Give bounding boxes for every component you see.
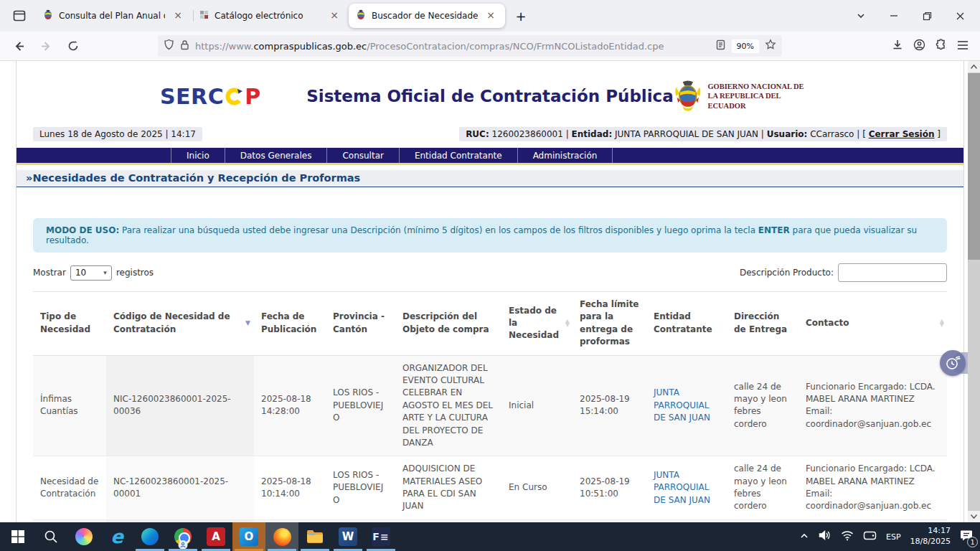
- hidden-icons-chevron-icon[interactable]: [799, 530, 809, 544]
- nav-item-datos-generales[interactable]: Datos Generales: [225, 148, 328, 163]
- cell-fecha-limite: 2025-08-19 10:51:00: [573, 456, 646, 520]
- records-label: registros: [116, 268, 154, 278]
- usuario-label: Usuario:: [767, 129, 808, 139]
- close-tab-icon[interactable]: ×: [327, 9, 341, 23]
- descripcion-producto-input[interactable]: [838, 263, 947, 282]
- acrobat-icon[interactable]: A: [199, 522, 232, 551]
- tab-list-chevron-icon[interactable]: [847, 4, 875, 28]
- scrollbar-thumb[interactable]: [968, 73, 980, 260]
- logout-link[interactable]: Cerrar Sesión: [869, 129, 935, 139]
- col-fecha-limite[interactable]: Fecha límite para la entrega de proforma…: [573, 292, 646, 356]
- table-controls: Mostrar 10 ▾ registros Descripción Produ…: [33, 263, 947, 282]
- gold-divider: [17, 163, 963, 165]
- word-icon[interactable]: W: [331, 522, 364, 551]
- shield-icon[interactable]: [164, 39, 174, 53]
- nav-item-administracion[interactable]: Administración: [518, 148, 613, 163]
- firefox-view-icon[interactable]: [9, 5, 30, 27]
- table-row: Ínfimas Cuantías NIC-1260023860001-2025-…: [33, 355, 947, 456]
- copilot-icon[interactable]: [67, 522, 100, 551]
- tab-title: Catálogo electrónico: [215, 11, 321, 21]
- system-tray: ESP 14:17 18/8/2025 1: [799, 526, 980, 547]
- display-cast-icon[interactable]: [863, 530, 877, 544]
- col-descripcion-objeto[interactable]: Descripción del Objeto de compra: [395, 292, 501, 356]
- bookmark-star-icon[interactable]: [765, 39, 776, 53]
- reload-icon[interactable]: [62, 35, 85, 57]
- col-codigo-necesidad[interactable]: Código de Necesidad de Contratación▼: [106, 292, 254, 356]
- ecuador-coat-of-arms-icon: [674, 79, 702, 113]
- cell-descripcion: ADQUISICION DE MATERIALES ASEO PARA EL C…: [395, 456, 501, 520]
- minimize-button[interactable]: [880, 4, 908, 28]
- nav-item-inicio[interactable]: Inicio: [171, 148, 225, 163]
- col-estado-necesidad[interactable]: Estado de la Necesidad▲▼: [501, 292, 573, 356]
- tab-catalogo[interactable]: Catálogo electrónico ×: [192, 4, 349, 28]
- cell-tipo: Necesidad de Contratación: [33, 456, 106, 520]
- col-entidad-contratante[interactable]: Entidad Contratante: [646, 292, 727, 356]
- outlook-icon[interactable]: O: [232, 522, 265, 551]
- account-icon[interactable]: [913, 39, 925, 54]
- sort-both-icon[interactable]: ▲▼: [940, 320, 944, 327]
- cell-provincia: LOS RIOS - PUEBLOVIEJO: [326, 355, 395, 456]
- cell-fecha-publicacion: 2025-08-18 14:28:00: [254, 355, 326, 456]
- url-text[interactable]: https://www.compraspublicas.gob.ec/Proce…: [195, 41, 710, 52]
- entidad-link[interactable]: JUNTA PARROQUIAL DE SAN JUAN: [654, 387, 710, 423]
- entidad-label: Entidad:: [572, 129, 613, 139]
- page-size-select[interactable]: 10 ▾: [70, 265, 112, 281]
- language-indicator[interactable]: ESP: [886, 532, 901, 542]
- close-tab-icon[interactable]: ×: [484, 9, 498, 23]
- vertical-scrollbar[interactable]: [968, 61, 980, 522]
- url-bar[interactable]: https://www.compraspublicas.gob.ec/Proce…: [158, 35, 782, 57]
- cell-descripcion: ORGANIZADOR DEL EVENTO CULTURAL CELEBRAR…: [395, 355, 501, 456]
- edge-icon[interactable]: [133, 522, 166, 551]
- internet-explorer-icon[interactable]: e: [100, 522, 133, 551]
- volume-icon[interactable]: [819, 529, 831, 544]
- government-logo: GOBIERNO NACIONAL DE LA REPUBLICA DEL EC…: [674, 79, 809, 113]
- table-row: Necesidad de Contratación NC-12600238600…: [33, 456, 947, 520]
- scroll-down-arrow[interactable]: [968, 511, 980, 522]
- tab-buscador-necesidades[interactable]: Buscador de Necesidades de Co ×: [349, 4, 505, 28]
- filter-label: Descripción Producto:: [740, 268, 834, 278]
- f-app-icon[interactable]: F≡: [364, 522, 397, 551]
- zoom-level-badge[interactable]: 90%: [732, 39, 759, 53]
- sort-desc-icon[interactable]: ▼: [245, 319, 250, 328]
- close-tab-icon[interactable]: ×: [171, 9, 185, 23]
- cell-contacto: Funcionario Encargado: LCDA. MABEL ARANA…: [798, 519, 947, 522]
- col-direccion-entrega[interactable]: Dirección de Entrega: [727, 292, 798, 356]
- tab-plan-anual[interactable]: Consulta del Plan Anual de Con ×: [36, 4, 192, 28]
- ecuador-crest-favicon: [356, 9, 366, 22]
- sort-both-icon[interactable]: ▲▼: [565, 320, 570, 327]
- notification-center-icon[interactable]: 1: [960, 529, 973, 544]
- col-tipo-necesidad[interactable]: Tipo de Necesidad: [33, 292, 106, 356]
- cell-descripcion: ADQUISICION DE MATERIALES FUNGIBLE PARA …: [395, 519, 501, 522]
- col-fecha-publicacion[interactable]: Fecha de Publicación: [254, 292, 326, 356]
- extensions-puzzle-icon[interactable]: [936, 39, 947, 53]
- nav-item-entidad-contratante[interactable]: Entidad Contratante: [400, 148, 518, 163]
- col-contacto[interactable]: Contacto▲▼: [798, 292, 947, 356]
- timer-widget-button[interactable]: [940, 350, 966, 376]
- close-window-button[interactable]: [946, 4, 974, 28]
- scroll-up-arrow[interactable]: [968, 61, 980, 72]
- file-explorer-icon[interactable]: [298, 522, 331, 551]
- entidad-link[interactable]: JUNTA PARROQUIAL DE SAN JUAN: [654, 470, 710, 505]
- cell-fecha-publicacion: 2025-08-18 10:14:00: [254, 456, 326, 520]
- col-provincia-canton[interactable]: Provincia - Cantón: [326, 292, 395, 356]
- table-header-row: Tipo de Necesidad Código de Necesidad de…: [33, 292, 947, 356]
- downloads-icon[interactable]: [892, 39, 903, 53]
- forward-icon[interactable]: [34, 35, 57, 57]
- cell-estado: Finalizada: [501, 519, 573, 522]
- lock-icon[interactable]: [180, 39, 189, 53]
- reader-mode-icon[interactable]: [715, 39, 726, 53]
- wifi-icon[interactable]: [841, 530, 854, 544]
- firefox-icon[interactable]: [265, 522, 298, 551]
- menu-hamburger-icon[interactable]: [957, 39, 969, 53]
- restore-button[interactable]: [913, 4, 941, 28]
- back-icon[interactable]: [7, 35, 30, 57]
- start-button[interactable]: [1, 522, 34, 551]
- nav-item-consultar[interactable]: Consultar: [327, 148, 400, 163]
- chrome-icon[interactable]: [166, 522, 199, 551]
- session-pill: RUC: 1260023860001 | Entidad: JUNTA PARR…: [459, 127, 947, 141]
- taskbar-clock[interactable]: 14:17 18/8/2025: [910, 526, 951, 547]
- new-tab-button[interactable]: +: [511, 6, 531, 26]
- taskbar-search-icon[interactable]: [34, 522, 67, 551]
- government-text: GOBIERNO NACIONAL DE LA REPUBLICA DEL EC…: [707, 82, 809, 110]
- tab-title: Buscador de Necesidades de Co: [372, 11, 478, 21]
